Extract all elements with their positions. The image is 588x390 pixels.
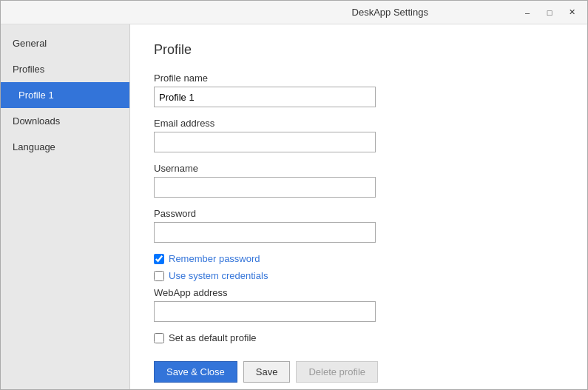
password-group: Password (154, 208, 564, 243)
set-default-checkbox[interactable] (154, 333, 164, 343)
window-title: DeskApp Settings (263, 7, 518, 18)
delete-profile-button[interactable]: Delete profile (296, 361, 378, 383)
use-system-credentials-group: Use system credentials (154, 270, 564, 281)
content-area: General Profiles Profile 1 Downloads Lan… (1, 24, 587, 389)
button-row: Save & Close Save Delete profile (154, 361, 564, 383)
sidebar-item-language[interactable]: Language (1, 134, 129, 160)
save-close-button[interactable]: Save & Close (154, 361, 237, 383)
password-label: Password (154, 208, 564, 219)
webapp-group: WebApp address (154, 287, 564, 322)
remember-password-checkbox[interactable] (154, 254, 164, 264)
save-button[interactable]: Save (243, 361, 291, 383)
use-system-credentials-checkbox[interactable] (154, 271, 164, 281)
minimize-button[interactable]: – (518, 4, 537, 21)
webapp-input[interactable] (154, 301, 376, 322)
email-input[interactable] (154, 132, 376, 152)
username-label: Username (154, 163, 564, 174)
profile-name-label: Profile name (154, 73, 564, 84)
webapp-label: WebApp address (154, 287, 564, 298)
remember-password-group: Remember password (154, 253, 564, 264)
sidebar-item-downloads[interactable]: Downloads (1, 108, 129, 134)
use-system-credentials-label[interactable]: Use system credentials (169, 270, 268, 281)
sidebar-item-profile1[interactable]: Profile 1 (1, 82, 129, 108)
profile-name-group: Profile name (154, 73, 564, 107)
main-content: Profile Profile name Email address Usern… (130, 24, 587, 389)
username-group: Username (154, 163, 564, 198)
sidebar-item-profiles[interactable]: Profiles (1, 56, 129, 82)
username-input[interactable] (154, 177, 376, 198)
sidebar-item-general[interactable]: General (1, 30, 129, 56)
title-bar: DeskApp Settings – □ ✕ (1, 1, 587, 24)
email-label: Email address (154, 118, 564, 129)
profile-name-input[interactable] (154, 87, 376, 107)
close-button[interactable]: ✕ (562, 4, 581, 21)
sidebar: General Profiles Profile 1 Downloads Lan… (1, 24, 130, 389)
email-group: Email address (154, 118, 564, 152)
window-controls: – □ ✕ (518, 4, 581, 21)
maximize-button[interactable]: □ (540, 4, 559, 21)
password-input[interactable] (154, 222, 376, 243)
set-default-label[interactable]: Set as default profile (169, 332, 257, 343)
section-title: Profile (154, 42, 564, 58)
remember-password-label[interactable]: Remember password (169, 253, 260, 264)
app-window: DeskApp Settings – □ ✕ General Profiles … (0, 0, 588, 390)
set-default-group: Set as default profile (154, 332, 564, 343)
